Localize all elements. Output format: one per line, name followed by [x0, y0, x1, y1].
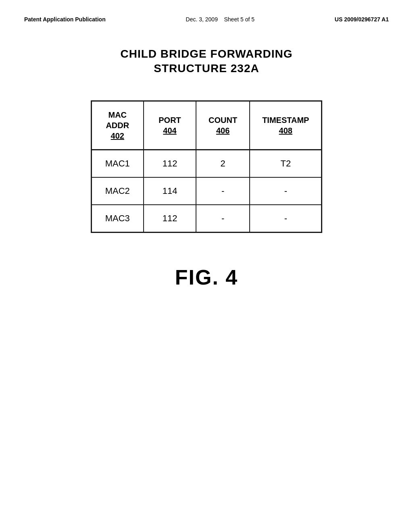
cell-mac-2: MAC2: [91, 177, 144, 205]
title-text: CHILD BRIDGE FORWARDING STRUCTURE 232A: [24, 47, 389, 76]
cell-port-2: 114: [144, 177, 196, 205]
header-sheet: Sheet 5 of 5: [224, 16, 255, 23]
cell-timestamp-2: -: [250, 177, 322, 205]
col-number-mac: 402: [111, 131, 124, 141]
cell-timestamp-3: -: [250, 205, 322, 233]
col-label-mac: MACADDR: [106, 110, 129, 131]
cell-timestamp-1: T2: [250, 150, 322, 177]
table-container: MACADDR 402 PORT 404 COUNT 406: [24, 100, 389, 233]
cell-count-2: -: [196, 177, 250, 205]
col-header-count: COUNT 406: [196, 101, 250, 150]
cell-port-3: 112: [144, 205, 196, 233]
table-row: MAC3 112 - -: [91, 205, 322, 233]
col-number-count: 406: [216, 125, 229, 136]
col-label-count: COUNT: [209, 115, 237, 125]
forwarding-table: MACADDR 402 PORT 404 COUNT 406: [91, 100, 323, 233]
table-row: MAC1 112 2 T2: [91, 150, 322, 177]
table-header-row: MACADDR 402 PORT 404 COUNT 406: [91, 101, 322, 150]
cell-count-1: 2: [196, 150, 250, 177]
figure-label-section: FIG. 4: [24, 265, 389, 289]
col-header-mac: MACADDR 402: [91, 101, 144, 150]
title-line2: STRUCTURE 232A: [154, 62, 259, 75]
col-header-timestamp: TIMESTAMP 408: [250, 101, 322, 150]
title-line1: CHILD BRIDGE FORWARDING: [121, 48, 293, 60]
col-label-timestamp: TIMESTAMP: [262, 115, 309, 125]
cell-mac-3: MAC3: [91, 205, 144, 233]
col-number-timestamp: 408: [279, 125, 292, 136]
header-right: US 2009/0296727 A1: [335, 16, 389, 23]
table-row: MAC2 114 - -: [91, 177, 322, 205]
page: Patent Application Publication Dec. 3, 2…: [0, 0, 413, 532]
figure-label: FIG. 4: [24, 265, 389, 289]
cell-count-3: -: [196, 205, 250, 233]
cell-port-1: 112: [144, 150, 196, 177]
header-date: Dec. 3, 2009: [186, 16, 218, 23]
header-left: Patent Application Publication: [24, 16, 106, 23]
cell-mac-1: MAC1: [91, 150, 144, 177]
header-center: Dec. 3, 2009 Sheet 5 of 5: [186, 16, 254, 23]
title-section: CHILD BRIDGE FORWARDING STRUCTURE 232A: [24, 47, 389, 76]
col-label-port: PORT: [159, 115, 181, 125]
col-header-port: PORT 404: [144, 101, 196, 150]
header-bar: Patent Application Publication Dec. 3, 2…: [24, 16, 389, 23]
col-number-port: 404: [163, 125, 176, 136]
